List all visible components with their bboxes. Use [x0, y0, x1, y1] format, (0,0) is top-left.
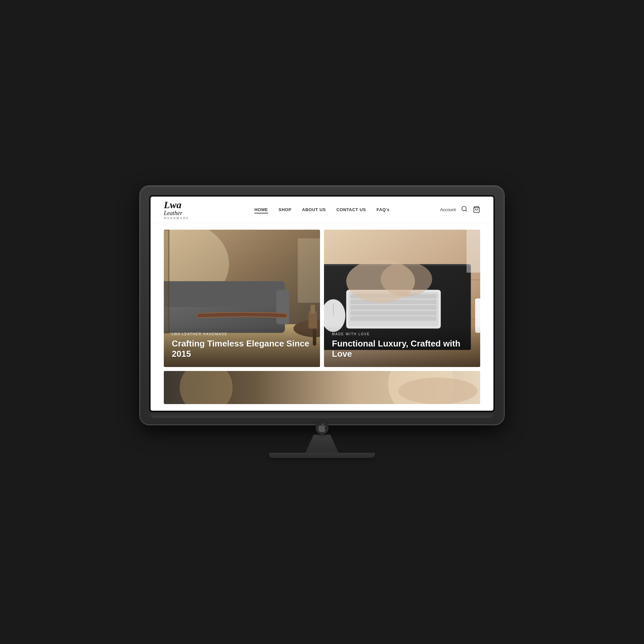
svg-point-39: [398, 378, 478, 404]
hero-grid-bottom[interactable]: [164, 371, 480, 404]
logo-line2: Leather: [164, 210, 189, 217]
card-desk-overlay: MADE WITH LOVE Functional Luxury, Crafte…: [324, 326, 480, 367]
svg-line-1: [466, 210, 467, 211]
nav-links: HOME SHOP ABOUT US CONTACT US FAQ's: [210, 207, 434, 212]
search-icon[interactable]: [461, 206, 468, 214]
hero-card-sofa[interactable]: LWA LEATHER HANDMADE Crafting Timeless E…: [164, 230, 320, 367]
nav-about[interactable]: ABOUT US: [302, 207, 326, 212]
stand-neck: [305, 435, 339, 453]
svg-rect-27: [350, 305, 437, 309]
apple-logo-icon: [318, 424, 326, 432]
logo-line1: Lwa: [164, 199, 189, 210]
card-desk-subtitle: MADE WITH LOVE: [332, 332, 472, 336]
svg-rect-28: [350, 311, 437, 315]
apple-logo-area: [315, 421, 329, 435]
main-content: LWA LEATHER HANDMADE Crafting Timeless E…: [151, 223, 493, 411]
nav-contact[interactable]: CONTACT US: [336, 207, 366, 212]
stand-base: [269, 453, 375, 458]
svg-point-33: [381, 262, 432, 296]
nav-shop[interactable]: SHOP: [279, 207, 292, 212]
svg-rect-9: [276, 290, 289, 324]
card-sofa-subtitle: LWA LEATHER HANDMADE: [172, 332, 312, 336]
svg-rect-29: [350, 316, 437, 321]
nav-faq[interactable]: FAQ's: [377, 207, 390, 212]
card-sofa-overlay: LWA LEATHER HANDMADE Crafting Timeless E…: [164, 326, 320, 367]
card-desk-title: Functional Luxury, Crafted with Love: [332, 339, 472, 359]
monitor-stand: [269, 435, 375, 458]
apple-logo-circle: [315, 421, 329, 435]
nav-right: Account: [434, 206, 480, 214]
monitor-chin: [149, 412, 495, 418]
svg-rect-35: [467, 230, 480, 273]
cart-icon[interactable]: [473, 206, 480, 213]
card-sofa-title: Crafting Timeless Elegance Since 2015: [172, 339, 312, 359]
svg-point-37: [180, 371, 233, 404]
svg-rect-7: [164, 281, 285, 307]
svg-rect-16: [298, 238, 320, 303]
logo-area[interactable]: Lwa Leather HANDMADE: [164, 199, 210, 220]
hero-grid-top: LWA LEATHER HANDMADE Crafting Timeless E…: [164, 230, 480, 367]
brand-logo: Lwa Leather HANDMADE: [164, 199, 189, 220]
nav-home[interactable]: HOME: [254, 207, 268, 212]
screen-bezel: Lwa Leather HANDMADE HOME SHOP ABOUT US …: [149, 195, 495, 412]
account-link[interactable]: Account: [440, 207, 456, 212]
screen: Lwa Leather HANDMADE HOME SHOP ABOUT US …: [151, 197, 493, 411]
hero-card-desk[interactable]: MADE WITH LOVE Functional Luxury, Crafte…: [324, 230, 480, 367]
svg-rect-13: [311, 305, 315, 313]
monitor-body: Lwa Leather HANDMADE HOME SHOP ABOUT US …: [140, 186, 504, 425]
monitor-wrapper: Lwa Leather HANDMADE HOME SHOP ABOUT US …: [140, 186, 504, 458]
svg-rect-14: [164, 230, 169, 333]
navigation: Lwa Leather HANDMADE HOME SHOP ABOUT US …: [151, 197, 493, 223]
logo-handmade: HANDMADE: [164, 217, 189, 220]
